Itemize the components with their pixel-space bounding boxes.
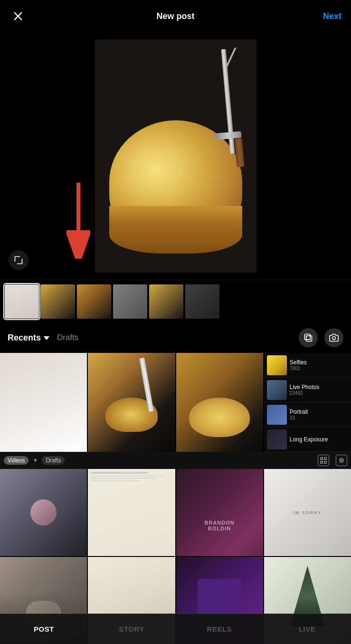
tab-reels-label: REELS bbox=[207, 625, 232, 633]
arrow-indicator bbox=[66, 183, 90, 261]
photo-grid: Selfies 7001 Live Photos 23492 Portrait … bbox=[0, 353, 351, 452]
videos-filter[interactable]: Videos bbox=[4, 456, 28, 465]
mini-filter-bar: Videos ▼ Drafts bbox=[0, 452, 351, 469]
bottom-tab-bar: POST STORY REELS LIVE bbox=[0, 614, 351, 644]
video-grid: BRANDON BOLDIN IM SORRY bbox=[0, 469, 351, 556]
filter-icon[interactable] bbox=[336, 455, 347, 466]
svg-rect-4 bbox=[305, 334, 311, 340]
grid-cell[interactable] bbox=[176, 353, 263, 452]
album-name: Selfies bbox=[290, 359, 307, 366]
svg-rect-9 bbox=[321, 461, 323, 463]
album-count: 7001 bbox=[290, 366, 307, 371]
camera-button[interactable] bbox=[324, 328, 343, 347]
page-title: New post bbox=[156, 11, 194, 21]
image-preview-area bbox=[0, 32, 351, 280]
album-name: Portrait bbox=[290, 409, 308, 415]
album-item-live-photos[interactable]: Live Photos 23492 bbox=[264, 378, 351, 402]
filmstrip-item[interactable] bbox=[149, 284, 183, 319]
select-multiple-icon bbox=[304, 333, 313, 342]
album-count: 23 bbox=[290, 415, 308, 420]
tab-post[interactable]: POST bbox=[0, 619, 88, 639]
tab-story[interactable]: STORY bbox=[88, 619, 176, 639]
grid-cell-video[interactable]: BRANDON BOLDIN bbox=[176, 469, 263, 556]
filmstrip-item[interactable] bbox=[5, 284, 39, 319]
next-button[interactable]: Next bbox=[323, 10, 342, 23]
tab-story-label: STORY bbox=[119, 625, 144, 633]
toolbar: Recents Drafts bbox=[0, 322, 351, 353]
tab-live-label: LIVE bbox=[299, 625, 315, 633]
filmstrip-item[interactable] bbox=[41, 284, 75, 319]
albums-column: Selfies 7001 Live Photos 23492 Portrait … bbox=[264, 353, 351, 452]
svg-point-6 bbox=[332, 337, 336, 340]
album-name: Live Photos bbox=[290, 384, 320, 390]
filmstrip-inner bbox=[0, 281, 224, 322]
svg-rect-10 bbox=[324, 461, 326, 463]
grid-cell-video[interactable] bbox=[0, 469, 87, 556]
filmstrip-item[interactable] bbox=[77, 284, 111, 319]
filmstrip[interactable] bbox=[0, 280, 351, 322]
drafts-filter[interactable]: Drafts bbox=[42, 456, 65, 465]
grid-cell-video[interactable]: IM SORRY bbox=[264, 469, 351, 556]
drafts-tab[interactable]: Drafts bbox=[57, 333, 78, 342]
tab-reels[interactable]: REELS bbox=[176, 619, 264, 639]
svg-rect-8 bbox=[324, 458, 326, 459]
recents-label: Recents bbox=[8, 333, 41, 343]
grid-cell[interactable] bbox=[0, 353, 87, 452]
svg-point-11 bbox=[340, 459, 344, 463]
svg-point-12 bbox=[341, 459, 342, 461]
svg-rect-7 bbox=[321, 458, 323, 459]
tab-live[interactable]: LIVE bbox=[263, 619, 351, 639]
grid-view-icon[interactable] bbox=[318, 455, 329, 466]
crop-icon bbox=[14, 255, 23, 265]
crop-resize-button[interactable] bbox=[9, 250, 28, 270]
camera-icon bbox=[329, 333, 339, 342]
select-multiple-button[interactable] bbox=[299, 328, 318, 347]
svg-rect-5 bbox=[306, 336, 312, 342]
close-icon bbox=[13, 11, 23, 21]
chevron-down-icon bbox=[44, 336, 49, 340]
tab-post-label: POST bbox=[34, 625, 54, 633]
header: New post Next bbox=[0, 0, 351, 32]
grid-cell-video[interactable] bbox=[88, 469, 175, 556]
recents-dropdown-button[interactable]: Recents bbox=[8, 333, 49, 343]
grid-cell[interactable] bbox=[88, 353, 175, 452]
album-item-selfies[interactable]: Selfies 7001 bbox=[264, 353, 351, 378]
album-name: Long Exposure bbox=[290, 436, 328, 443]
filmstrip-item[interactable] bbox=[113, 284, 147, 319]
filmstrip-item[interactable] bbox=[185, 284, 219, 319]
close-button[interactable] bbox=[9, 8, 27, 25]
album-item-long-exposure[interactable]: Long Exposure bbox=[264, 427, 351, 452]
album-item-portrait[interactable]: Portrait 23 bbox=[264, 402, 351, 427]
album-count: 23492 bbox=[290, 390, 320, 396]
